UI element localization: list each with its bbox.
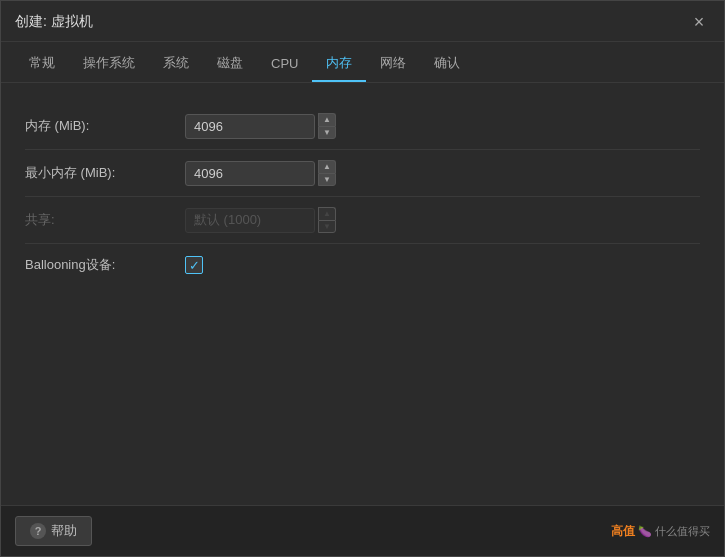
tab-network[interactable]: 网络: [366, 48, 420, 82]
ballooning-label: Ballooning设备:: [25, 256, 185, 274]
tab-bar: 常规 操作系统 系统 磁盘 CPU 内存 网络 确认: [1, 42, 724, 83]
check-icon: ✓: [189, 259, 200, 272]
share-label: 共享:: [25, 211, 185, 229]
tab-general[interactable]: 常规: [15, 48, 69, 82]
share-spinner: ▲ ▼: [318, 207, 336, 233]
min-memory-row: 最小内存 (MiB): ▲ ▼: [25, 150, 700, 197]
footer: ? 帮助 高值 🍆 什么值得买: [1, 505, 724, 556]
watermark-text: 什么值得买: [655, 524, 710, 539]
form-content: 内存 (MiB): ▲ ▼ 最小内存 (MiB): ▲ ▼ 共享:: [1, 83, 724, 505]
min-memory-down-arrow[interactable]: ▼: [318, 173, 336, 186]
watermark-high: 高值: [611, 523, 635, 540]
title-bar: 创建: 虚拟机 ×: [1, 1, 724, 42]
ballooning-control: ✓: [185, 256, 203, 274]
min-memory-input[interactable]: [185, 161, 315, 186]
ballooning-checkbox[interactable]: ✓: [185, 256, 203, 274]
memory-input[interactable]: [185, 114, 315, 139]
footer-left: ? 帮助: [15, 516, 92, 546]
min-memory-control: ▲ ▼: [185, 160, 336, 186]
tab-memory[interactable]: 内存: [312, 48, 366, 82]
share-down-arrow: ▼: [318, 220, 336, 233]
memory-down-arrow[interactable]: ▼: [318, 126, 336, 139]
watermark: 高值 🍆 什么值得买: [611, 523, 710, 540]
close-button[interactable]: ×: [688, 11, 710, 33]
memory-control: ▲ ▼: [185, 113, 336, 139]
memory-row: 内存 (MiB): ▲ ▼: [25, 103, 700, 150]
help-icon: ?: [30, 523, 46, 539]
share-control: ▲ ▼: [185, 207, 336, 233]
tab-disk[interactable]: 磁盘: [203, 48, 257, 82]
dialog-title: 创建: 虚拟机: [15, 13, 93, 31]
ballooning-row: Ballooning设备: ✓: [25, 244, 700, 286]
share-input: [185, 208, 315, 233]
share-row: 共享: ▲ ▼: [25, 197, 700, 244]
tab-os[interactable]: 操作系统: [69, 48, 149, 82]
share-up-arrow: ▲: [318, 207, 336, 220]
tab-cpu[interactable]: CPU: [257, 50, 312, 81]
memory-label: 内存 (MiB):: [25, 117, 185, 135]
watermark-separator: 🍆: [638, 525, 652, 538]
dialog: 创建: 虚拟机 × 常规 操作系统 系统 磁盘 CPU 内存 网络 确认 内存 …: [0, 0, 725, 557]
tab-system[interactable]: 系统: [149, 48, 203, 82]
memory-up-arrow[interactable]: ▲: [318, 113, 336, 126]
min-memory-label: 最小内存 (MiB):: [25, 164, 185, 182]
help-label: 帮助: [51, 522, 77, 540]
footer-right: 高值 🍆 什么值得买: [611, 523, 710, 540]
tab-confirm[interactable]: 确认: [420, 48, 474, 82]
min-memory-spinner: ▲ ▼: [318, 160, 336, 186]
min-memory-up-arrow[interactable]: ▲: [318, 160, 336, 173]
memory-spinner: ▲ ▼: [318, 113, 336, 139]
help-button[interactable]: ? 帮助: [15, 516, 92, 546]
